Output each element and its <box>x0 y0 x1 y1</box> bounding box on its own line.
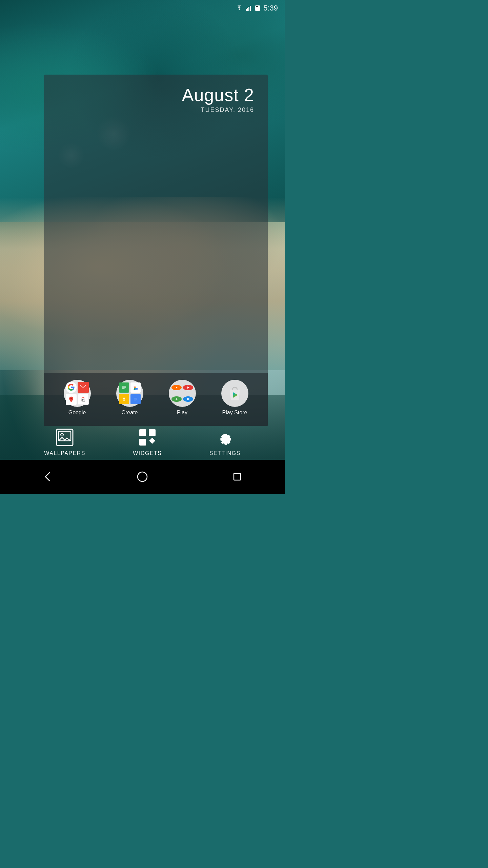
svg-rect-31 <box>149 429 156 436</box>
keep-mini <box>119 394 129 404</box>
date-main: August 2 <box>58 85 254 105</box>
widgets-item[interactable]: WIDGETS <box>133 428 162 456</box>
settings-icon <box>216 428 235 447</box>
music-mini <box>171 385 182 390</box>
date-section: August 2 TUESDAY, 2016 <box>44 75 268 120</box>
svg-point-13 <box>123 398 125 400</box>
wallpapers-item[interactable]: WALLPAPERS <box>44 428 85 456</box>
playstore-label: Play Store <box>222 410 247 416</box>
svg-rect-17 <box>134 399 137 399</box>
status-time: 5:39 <box>263 4 278 13</box>
play-app-item[interactable]: Play <box>159 380 205 416</box>
svg-rect-32 <box>139 439 146 446</box>
svg-rect-16 <box>134 398 137 398</box>
date-sub: TUESDAY, 2016 <box>58 106 254 114</box>
svg-rect-9 <box>122 386 126 387</box>
settings-item[interactable]: SETTINGS <box>209 428 241 456</box>
create-label: Create <box>121 410 138 416</box>
app-row: JUL 31 Google <box>44 373 268 426</box>
gmail-mini <box>78 382 89 393</box>
google-app-item[interactable]: JUL 31 Google <box>54 380 100 416</box>
maps-mini <box>66 394 77 405</box>
games-mini <box>171 396 182 402</box>
books-mini <box>183 396 193 402</box>
app-grid-area <box>44 120 268 373</box>
google-folder-icon: JUL 31 <box>64 380 91 407</box>
nav-recents-button[interactable] <box>231 471 243 483</box>
play-label: Play <box>177 410 187 416</box>
svg-rect-5 <box>256 6 258 7</box>
docs-mini <box>130 394 141 404</box>
svg-point-7 <box>70 398 72 399</box>
svg-rect-23 <box>176 398 177 400</box>
svg-rect-34 <box>234 473 241 480</box>
play-folder-icon <box>169 380 196 407</box>
svg-rect-18 <box>134 400 136 400</box>
movies-mini <box>183 385 193 390</box>
svg-rect-30 <box>139 429 146 436</box>
wallpapers-icon <box>55 428 74 447</box>
svg-rect-2 <box>248 7 249 11</box>
widgets-label: WIDGETS <box>133 450 162 456</box>
calendar-mini: JUL 31 <box>78 394 89 405</box>
widgets-icon <box>138 428 157 447</box>
nav-back-button[interactable] <box>41 471 54 483</box>
status-bar: 5:39 <box>0 0 285 16</box>
drive-mini <box>130 382 141 393</box>
storage-icon <box>255 5 261 11</box>
create-app-item[interactable]: Create <box>107 380 152 416</box>
svg-point-29 <box>61 433 63 436</box>
playstore-icon <box>221 380 248 407</box>
wifi-icon <box>236 5 243 11</box>
signal-icon <box>246 5 252 11</box>
nav-bar <box>0 460 285 494</box>
svg-rect-0 <box>246 9 247 11</box>
svg-rect-1 <box>247 8 248 11</box>
bottom-bar: WALLPAPERS WIDGETS SETTINGS <box>0 421 285 460</box>
wallpapers-label: WALLPAPERS <box>44 450 85 456</box>
sheets-mini <box>119 382 129 393</box>
google-g-mini <box>66 382 77 393</box>
google-label: Google <box>68 410 86 416</box>
create-folder-icon <box>116 380 143 407</box>
svg-rect-10 <box>122 387 126 388</box>
playstore-app-item[interactable]: Play Store <box>212 380 258 416</box>
svg-rect-3 <box>250 6 251 11</box>
settings-label: SETTINGS <box>209 450 241 456</box>
svg-point-33 <box>138 472 147 481</box>
nav-home-button[interactable] <box>136 471 148 483</box>
main-panel: August 2 TUESDAY, 2016 <box>44 75 268 426</box>
svg-rect-14 <box>123 400 125 401</box>
svg-rect-11 <box>122 388 125 389</box>
